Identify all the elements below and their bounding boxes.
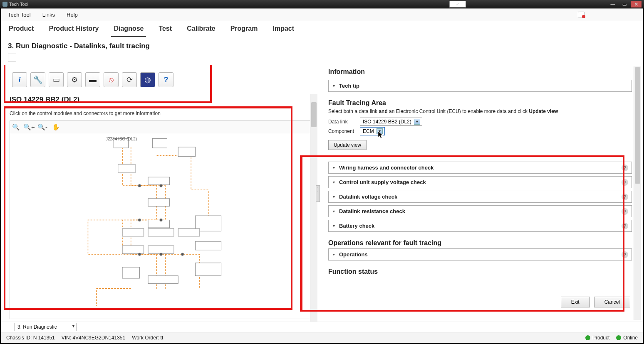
- menu-help[interactable]: Help: [67, 12, 78, 18]
- app-menubar: Tech Tool Links Help: [1, 9, 643, 21]
- status-vin: VIN: 4V4NC9EG2DN141351: [62, 335, 125, 341]
- status-online: Online: [616, 335, 638, 341]
- svg-point-21: [138, 253, 141, 256]
- toolbar-info-icon[interactable]: i: [12, 72, 27, 87]
- information-heading: Information: [328, 68, 632, 76]
- tab-program[interactable]: Program: [228, 22, 260, 37]
- exit-button[interactable]: Exit: [561, 297, 590, 307]
- window-titlebar: Tech Tool ⤢ — ▭ ✕: [0, 0, 644, 8]
- chevron-down-icon: ▾: [333, 84, 335, 88]
- cancel-button[interactable]: Cancel: [594, 297, 630, 307]
- tab-product-history[interactable]: Product History: [46, 22, 101, 37]
- status-bar: Chassis ID: N 141351 VIN: 4V4NC9EG2DN141…: [1, 332, 643, 343]
- chevron-down-icon: ▾: [333, 224, 335, 228]
- svg-rect-9: [148, 229, 174, 236]
- update-view-button[interactable]: Update view: [328, 140, 367, 150]
- accordion-datalink-resistance[interactable]: ▾ Datalink resistance check ?: [328, 205, 632, 217]
- svg-rect-8: [122, 229, 144, 236]
- diagram-zoom-controls: 🔍 🔍+ 🔍- ✋: [10, 120, 312, 134]
- accordion-tech-tip[interactable]: ▾ Tech tip: [328, 80, 632, 92]
- step-selector-row: 3. Run Diagnostic: [1, 322, 643, 332]
- accordion-operations[interactable]: ▾ Operations ?: [328, 248, 632, 260]
- function-status-heading: Function status: [328, 268, 632, 275]
- window-maximize-button[interactable]: ▭: [619, 1, 630, 7]
- accordion-supply-voltage[interactable]: ▾ Control unit supply voltage check ?: [328, 176, 632, 188]
- svg-rect-10: [178, 229, 200, 236]
- svg-rect-4: [148, 177, 170, 185]
- toolbar-refresh-icon[interactable]: ⟳: [122, 72, 137, 87]
- diagram-pane: i 🔧 ▭ ⚙︎ ▬ ⎋ ⟳ ◍ ? ISO 14229 BB2 (DL2) C…: [1, 65, 317, 322]
- svg-rect-11: [122, 246, 144, 253]
- operations-heading: Operations relevant for fault tracing: [328, 239, 632, 247]
- data-link-select[interactable]: ISO 14229 BB2 (DL2): [360, 118, 422, 126]
- status-chassis: Chassis ID: N 141351: [6, 335, 55, 341]
- step-selector[interactable]: 3. Run Diagnostic: [15, 323, 77, 331]
- help-icon[interactable]: ?: [622, 251, 628, 258]
- tab-diagnose[interactable]: Diagnose: [111, 22, 146, 37]
- tech-tip-label: Tech tip: [339, 83, 359, 89]
- data-link-label: Data link: [328, 119, 356, 125]
- chevron-down-icon: ▾: [333, 180, 335, 184]
- window-title: Tech Tool: [9, 2, 28, 7]
- zoom-in-icon[interactable]: 🔍+: [23, 122, 35, 133]
- accordion-datalink-voltage[interactable]: ▾ Datalink voltage check ?: [328, 191, 632, 203]
- tab-test[interactable]: Test: [156, 22, 174, 37]
- svg-point-19: [138, 219, 141, 221]
- status-work-order: Work Order: tt: [132, 335, 163, 341]
- component-select[interactable]: ECM: [360, 127, 385, 135]
- menu-links[interactable]: Links: [42, 12, 55, 18]
- help-icon[interactable]: ?: [622, 223, 628, 229]
- svg-point-22: [160, 253, 162, 256]
- info-pane: Information ▾ Tech tip Fault Tracing Are…: [317, 65, 643, 322]
- tab-impact[interactable]: Impact: [270, 22, 297, 37]
- window-resize-widget[interactable]: ⤢: [449, 1, 466, 7]
- svg-rect-1: [152, 138, 167, 148]
- svg-rect-6: [148, 220, 170, 228]
- svg-rect-12: [148, 246, 174, 253]
- help-icon[interactable]: ?: [622, 165, 628, 171]
- diagram-hint: Click on the control modules and connect…: [10, 108, 312, 120]
- help-icon[interactable]: ?: [622, 208, 628, 215]
- breadcrumb-icon[interactable]: [8, 54, 16, 62]
- wiring-diagram[interactable]: J2284 ISO (DL2): [10, 134, 312, 319]
- status-product: Product: [585, 335, 609, 341]
- svg-rect-2: [178, 147, 195, 157]
- svg-rect-14: [148, 276, 178, 284]
- svg-point-18: [160, 184, 162, 187]
- chevron-down-icon: ▾: [333, 194, 335, 199]
- toolbar-plug-icon[interactable]: ⎋: [104, 72, 119, 87]
- toolbar-gear-doc-icon[interactable]: ⚙︎: [67, 72, 82, 87]
- window-close-button[interactable]: ✕: [631, 1, 642, 7]
- page-title: 3. Run Diagnostic - Datalinks, fault tra…: [1, 37, 643, 54]
- toolbar-globe-icon[interactable]: ◍: [140, 72, 155, 87]
- menu-tech-tool[interactable]: Tech Tool: [8, 12, 31, 18]
- status-dot-icon: [616, 335, 621, 340]
- diagram-section-title: ISO 14229 BB2 (DL2): [10, 95, 312, 108]
- zoom-out-icon[interactable]: 🔍-: [37, 122, 48, 133]
- left-scrollbar[interactable]: [310, 94, 317, 322]
- notification-icon[interactable]: [578, 12, 585, 17]
- accordion-wiring-harness[interactable]: ▾ Wiring harness and connector check ?: [328, 162, 632, 174]
- chevron-down-icon: ▾: [333, 209, 335, 214]
- toolbar-battery-icon[interactable]: ▬: [85, 72, 100, 87]
- tab-calibrate[interactable]: Calibrate: [184, 22, 218, 37]
- svg-point-20: [160, 219, 162, 221]
- chevron-down-icon: ▾: [333, 252, 335, 257]
- toolbar-wrench-icon[interactable]: 🔧: [30, 72, 45, 87]
- component-label: Component: [328, 128, 356, 134]
- status-dot-icon: [585, 335, 590, 340]
- pan-hand-icon[interactable]: ✋: [50, 122, 62, 133]
- tab-product[interactable]: Product: [6, 22, 36, 37]
- svg-rect-15: [196, 241, 221, 250]
- right-scrollbar[interactable]: [634, 66, 641, 320]
- svg-rect-5: [148, 199, 170, 206]
- svg-point-17: [138, 184, 141, 187]
- help-icon[interactable]: ?: [622, 179, 628, 186]
- toolbar-help-icon[interactable]: ?: [159, 72, 173, 87]
- help-icon[interactable]: ?: [622, 194, 628, 200]
- accordion-battery-check[interactable]: ▾ Battery check ?: [328, 220, 632, 232]
- zoom-fit-icon[interactable]: 🔍: [10, 122, 22, 133]
- window-minimize-button[interactable]: —: [607, 1, 618, 7]
- svg-rect-16: [196, 263, 221, 276]
- toolbar-note-icon[interactable]: ▭: [49, 72, 64, 87]
